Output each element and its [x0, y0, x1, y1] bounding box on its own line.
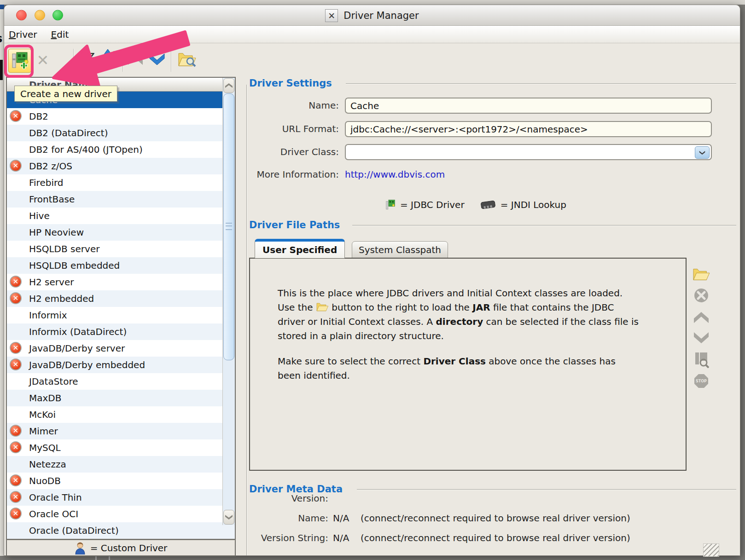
sort-descending-button[interactable]: Z [78, 48, 96, 70]
meta-name-note: (connect/reconnect required to browse re… [361, 513, 630, 524]
name-field[interactable]: Cache [345, 98, 712, 114]
driver-settings-heading: Driver Settings [249, 78, 332, 89]
move-up-button[interactable] [126, 52, 145, 67]
driver-list-item[interactable]: HP Neoview [7, 224, 235, 241]
driver-list-item[interactable]: ✕NuoDB [7, 473, 235, 489]
driver-name-label: DB2 (DataDirect) [29, 127, 108, 139]
desktop-background-strip [0, 0, 745, 5]
heading-rule [352, 225, 736, 226]
find-in-paths-button[interactable] [691, 351, 711, 369]
driver-name-label: MySQL [29, 442, 61, 453]
move-path-down-button[interactable] [691, 329, 711, 346]
heading-rule [357, 489, 736, 490]
driver-name-label: DB2 [29, 111, 48, 122]
tab-user-specified[interactable]: User Specified [255, 239, 345, 258]
chevron-down-icon [693, 331, 710, 344]
driver-list-item[interactable]: ✕MySQL [7, 439, 235, 456]
menu-driver[interactable]: Driver [9, 29, 37, 40]
driver-list-item[interactable]: ✕Oracle OCI [7, 506, 235, 522]
scrollbar-grip [226, 223, 232, 230]
jndi-lookup-icon [480, 200, 496, 210]
driver-class-field[interactable] [345, 144, 712, 160]
driver-list-item[interactable]: Informix (DataDirect) [7, 323, 235, 340]
remove-circle-icon [693, 288, 709, 303]
window-resize-grip[interactable] [703, 543, 719, 557]
driver-list-item[interactable]: ✕JavaDB/Derby embedded [7, 357, 235, 373]
driver-list-item[interactable]: ✕DB2 [7, 108, 235, 125]
jndi-legend-text: = JNDI Lookup [501, 199, 566, 210]
driver-list-item[interactable]: HSQLDB server [7, 241, 235, 257]
driver-list-item[interactable]: ✕Mimer [7, 423, 235, 439]
driver-name-label: HSQLDB embedded [29, 260, 120, 271]
settings-group-border [246, 85, 247, 555]
jdbc-legend-text: = JDBC Driver [400, 199, 465, 210]
tab-system-classpath[interactable]: System Classpath [352, 241, 448, 258]
stop-search-button[interactable]: STOP [691, 372, 711, 390]
version-label: Version: [221, 493, 328, 504]
window-title: Driver Manager [343, 10, 419, 21]
find-driver-files-icon [177, 50, 197, 69]
driver-list-item[interactable]: MaxDB [7, 390, 235, 406]
chevron-up-icon [225, 83, 233, 88]
driver-name-label: JavaDB/Derby server [29, 343, 125, 354]
remove-driver-button[interactable]: ✕ [35, 49, 51, 72]
driver-list-item[interactable]: ✕H2 server [7, 274, 235, 290]
app-x11-icon: ✕ [325, 9, 338, 22]
driver-list-item[interactable]: HSQLDB embedded [7, 257, 235, 274]
driver-list-item[interactable]: JDataStore [7, 373, 235, 390]
menu-bar: Driver Edit [4, 26, 740, 43]
driver-list-scrollbar[interactable] [222, 78, 235, 525]
driver-error-icon: ✕ [10, 110, 22, 122]
driver-list-item[interactable]: Firebird [7, 174, 235, 191]
url-format-field[interactable]: jdbc:Cache://<server>:<port1972>/<namesp… [345, 121, 712, 137]
driver-error-icon: ✕ [10, 292, 22, 304]
move-down-button[interactable] [148, 52, 166, 67]
driver-name-label: HP Neoview [29, 227, 84, 238]
driver-list-item[interactable]: DB2 (DataDirect) [7, 125, 235, 141]
driver-file-paths-heading: Driver File Paths [249, 219, 340, 231]
scrollbar-thumb[interactable] [223, 93, 234, 360]
driver-error-icon: ✕ [10, 160, 22, 172]
name-label: Name: [249, 100, 339, 111]
version-string-value: N/A [333, 532, 349, 543]
panel-paragraph: This is the place where JDBC drivers and… [278, 286, 641, 343]
driver-list-item[interactable]: FrontBase [7, 191, 235, 208]
driver-list-item[interactable]: DB2 for AS/400 (JTOpen) [7, 141, 235, 158]
dbvis-link[interactable]: http://www.dbvis.com [345, 169, 445, 180]
driver-name-label: FrontBase [29, 194, 75, 205]
driver-list-item[interactable]: ✕DB2 z/OS [7, 158, 235, 174]
driver-name-label: JDataStore [29, 376, 78, 387]
driver-list-item[interactable]: Oracle (DataDirect) [7, 522, 235, 539]
more-information-label: More Information: [249, 169, 339, 180]
meta-name-label: Name: [221, 513, 328, 524]
open-file-button[interactable] [691, 266, 711, 283]
driver-list-item[interactable]: McKoi [7, 406, 235, 423]
driver-name-label: H2 embedded [29, 293, 94, 304]
remove-path-button[interactable] [691, 287, 711, 304]
driver-list-panel: Driver Name Cache✕DB2DB2 (DataDirect)DB2… [6, 77, 236, 540]
scroll-up-button[interactable] [223, 78, 234, 93]
driver-name-label: Oracle OCI [29, 508, 78, 520]
move-path-up-button[interactable] [691, 309, 711, 326]
driver-list-item[interactable]: Hive [7, 208, 235, 224]
driver-error-icon: ✕ [10, 276, 22, 288]
driver-list-item[interactable]: ✕Oracle Thin [7, 489, 235, 506]
sort-ascending-button[interactable]: Z A [101, 48, 119, 70]
menu-edit[interactable]: Edit [51, 29, 69, 40]
driver-class-dropdown-button[interactable] [695, 146, 710, 159]
meta-name-value: N/A [333, 513, 349, 524]
driver-list-item[interactable]: Informix [7, 307, 235, 323]
driver-error-icon: ✕ [10, 491, 22, 503]
background-window-fragment [0, 60, 3, 80]
custom-driver-legend: = Custom Driver [6, 540, 236, 556]
driver-list-item[interactable]: Netezza [7, 456, 235, 473]
annotation-highlight-box [4, 45, 34, 78]
driver-list-item[interactable]: ✕H2 embedded [7, 290, 235, 307]
driver-type-legend: = JDBC Driver = JNDI Lookup [385, 198, 566, 211]
find-driver-files-button[interactable] [176, 49, 198, 70]
heading-rule [346, 83, 736, 84]
driver-manager-window: ✕ Driver Manager Driver Edit ✕ + [4, 5, 740, 556]
driver-list-item[interactable]: ✕JavaDB/Derby server [7, 340, 235, 357]
driver-error-icon: ✕ [10, 425, 22, 437]
version-string-note: (connect/reconnect required to browse re… [361, 532, 630, 543]
